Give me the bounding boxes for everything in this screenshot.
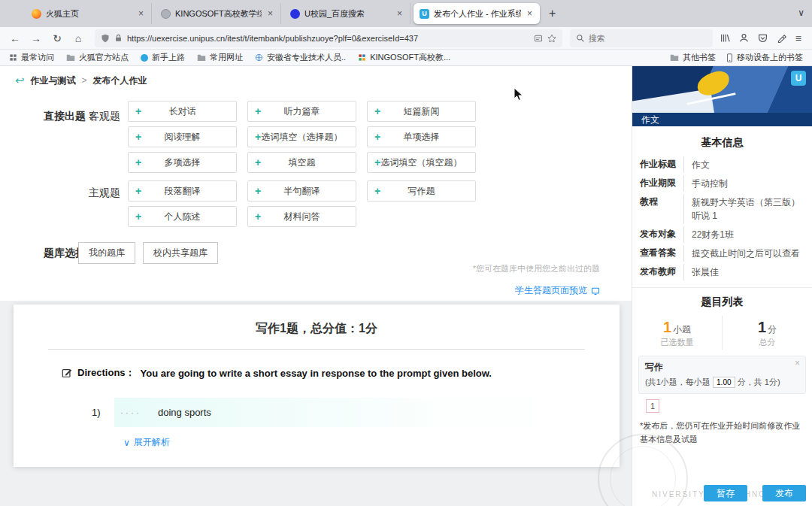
bookmark-mobile[interactable]: 移动设备上的书签	[726, 52, 803, 63]
info-row: 教程 新视野大学英语（第三版）听说 1	[640, 194, 804, 224]
question-type-label: 短篇新闻	[404, 105, 440, 118]
lock-icon[interactable]	[114, 34, 123, 42]
back-button[interactable]: ←	[6, 32, 24, 44]
question-highlight[interactable]: ···· doing sports	[114, 398, 532, 427]
add-paragraph-translation-button[interactable]: +段落翻译	[128, 180, 237, 201]
bank-buttons: 我的题库 校内共享题库	[78, 242, 218, 264]
homework-info-sidebar: U 作文 基本信息 作业标题 作文 作业期限 手动控制 教程 新视野大学英语（第…	[632, 66, 812, 506]
student-preview-link[interactable]: 学生答题页面预览	[515, 284, 600, 297]
tab-baidu-search[interactable]: U校园_百度搜索 ×	[284, 3, 411, 24]
breadcrumb-current: 发布个人作业	[93, 74, 147, 87]
search-box[interactable]	[570, 29, 713, 47]
menu-icon[interactable]: ≡	[795, 32, 801, 44]
shield-icon[interactable]	[101, 34, 110, 43]
expand-analysis-link[interactable]: ∨ 展开解析	[123, 436, 620, 449]
bank-note: *您可在题库中使用您之前出过的题	[473, 263, 600, 274]
grid-icon	[358, 53, 366, 62]
add-long-conversation-button[interactable]: +长对话	[128, 101, 237, 122]
add-personal-statement-button[interactable]: +个人陈述	[128, 206, 237, 227]
info-row: 查看答案 提交截止时间之后可以查看	[640, 245, 804, 262]
add-short-news-button[interactable]: +短篇新闻	[367, 101, 476, 122]
site-icon	[141, 54, 148, 62]
total-score-cell: 1分 总分	[723, 316, 812, 350]
info-label: 发布教师	[640, 264, 683, 280]
bookmark-label: 新手上路	[152, 52, 185, 63]
bookmark-most-visited[interactable]: 最常访问	[9, 52, 54, 63]
question-type-label: 个人陈述	[165, 211, 201, 223]
highlighter-icon[interactable]	[777, 33, 786, 43]
tab-firefox-home[interactable]: 火狐主页 ×	[26, 3, 152, 24]
save-draft-button[interactable]: 暂存	[704, 485, 747, 501]
back-icon[interactable]: ↩	[15, 74, 25, 87]
close-icon[interactable]: ×	[137, 8, 145, 19]
bookmark-getting-started[interactable]: 新手上路	[141, 52, 185, 63]
add-writing-button[interactable]: +写作题	[367, 180, 476, 201]
plus-icon: +	[135, 105, 141, 117]
tab-title: 火狐主页	[46, 8, 132, 20]
add-listening-passage-button[interactable]: +听力篇章	[247, 101, 356, 122]
grid-icon	[9, 53, 17, 62]
question-stats: 1小题 已选数量 1分 总分	[632, 316, 812, 350]
bookmark-label: 最常访问	[21, 52, 54, 63]
tab-publish-homework[interactable]: U 发布个人作业 - 作业系统 ×	[414, 3, 540, 24]
add-multiple-choice-button[interactable]: +多项选择	[128, 152, 237, 173]
publish-button[interactable]: 发布	[762, 485, 806, 501]
total-score-caption: 总分	[723, 337, 812, 348]
question-page-box[interactable]: 1	[646, 399, 659, 413]
add-material-qa-button[interactable]: +材料问答	[247, 206, 356, 227]
selected-question-card: × 写作 (共1小题，每小题 分，共 1分)	[638, 356, 806, 394]
page-main: ↩ 作业与测试 > 发布个人作业 直接出题： 客观题 主观题 +长对话 +听力篇…	[0, 66, 632, 506]
list-tabs-chevron-icon[interactable]: ∨	[798, 8, 804, 18]
bookmark-anhui-professional[interactable]: 安徽省专业技术人员..	[255, 52, 346, 63]
bookmark-other[interactable]: 其他书签	[670, 52, 716, 63]
tab-bar: 火狐主页 × KINGOSOFT高校教学综合管理服务平... × U校园_百度搜…	[0, 0, 812, 27]
new-tab-button[interactable]: +	[543, 7, 562, 20]
add-fill-blank-button[interactable]: +填空题	[247, 152, 356, 173]
tab-kingosoft[interactable]: KINGOSOFT高校教学综合管理服务平... ×	[155, 3, 281, 24]
search-input[interactable]	[589, 34, 707, 43]
account-icon[interactable]	[739, 33, 749, 43]
plus-icon: +	[374, 185, 380, 197]
school-shared-bank-button[interactable]: 校内共享题库	[143, 242, 218, 264]
publish-note: *发布后，您仍可在作业开始时间前修改作业基本信息及试题	[640, 420, 804, 446]
add-banked-cloze-fill-button[interactable]: +选词填空（填空题）	[367, 152, 476, 173]
detail-suffix: 分，共 1分)	[738, 377, 780, 388]
add-half-sentence-translation-button[interactable]: +半句翻译	[247, 180, 356, 201]
library-icon[interactable]	[720, 33, 730, 43]
plus-icon: +	[255, 185, 261, 197]
bookmark-kingosoft[interactable]: KINGOSOFT高校教...	[358, 52, 450, 63]
add-banked-cloze-choice-button[interactable]: +选词填空（选择题）	[247, 126, 356, 147]
phone-icon	[726, 53, 733, 62]
baidu-icon	[290, 9, 300, 19]
close-icon[interactable]: ×	[526, 8, 534, 19]
close-icon[interactable]: ×	[395, 8, 404, 19]
remove-question-icon[interactable]: ×	[795, 358, 800, 368]
breadcrumb-section[interactable]: 作业与测试	[31, 74, 76, 87]
plus-icon: +	[255, 211, 261, 223]
score-input[interactable]	[713, 377, 735, 388]
permissions-icon[interactable]	[534, 34, 543, 43]
url-bar[interactable]: https://uexercise.unipus.cn/itest/t/item…	[95, 29, 562, 47]
add-reading-comprehension-button[interactable]: +阅读理解	[128, 126, 237, 147]
bookmark-firefox-official[interactable]: 火狐官方站点	[66, 52, 129, 63]
my-bank-button[interactable]: 我的题库	[78, 242, 135, 264]
close-icon[interactable]: ×	[266, 8, 274, 19]
bookmark-star-icon[interactable]	[547, 34, 556, 43]
add-single-choice-button[interactable]: +单项选择	[367, 126, 476, 147]
screen: 火狐主页 × KINGOSOFT高校教学综合管理服务平... × U校园_百度搜…	[0, 0, 812, 506]
forward-button[interactable]: →	[27, 32, 45, 44]
plus-icon: +	[374, 105, 380, 117]
breadcrumb: ↩ 作业与测试 > 发布个人作业	[15, 74, 147, 87]
info-label: 作业期限	[640, 175, 683, 192]
selected-count: 1	[663, 319, 671, 335]
selected-count-caption: 已选数量	[632, 337, 722, 348]
bookmark-common-sites[interactable]: 常用网址	[197, 52, 243, 63]
plus-icon: +	[374, 131, 380, 143]
home-button[interactable]: ⌂	[69, 32, 87, 44]
info-value: 新视野大学英语（第三版）听说 1	[683, 194, 804, 224]
url-text: https://uexercise.unipus.cn/itest/t/item…	[127, 34, 529, 43]
question-type-label: 多项选择	[165, 156, 201, 169]
objective-label: 客观题	[89, 110, 120, 123]
reload-button[interactable]: ↻	[48, 32, 66, 44]
pocket-icon[interactable]	[758, 33, 768, 43]
